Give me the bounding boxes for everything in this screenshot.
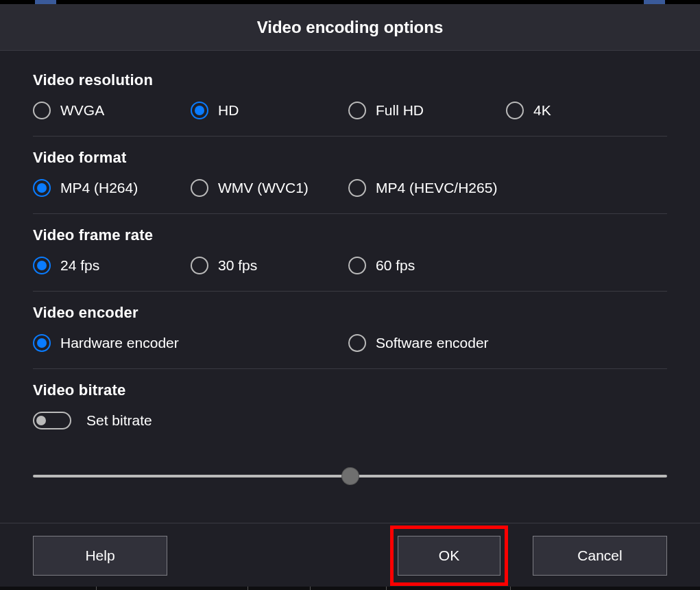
ok-button-highlight: OK <box>390 526 508 586</box>
bitrate-section-title: Video bitrate <box>33 381 667 399</box>
slider-thumb-icon[interactable] <box>342 468 359 484</box>
ok-button[interactable]: OK <box>398 536 500 576</box>
radio-label: 60 fps <box>376 257 415 274</box>
encoder-radio-group: Hardware encoder Software encoder <box>33 334 667 369</box>
radio-format-mp4hevc[interactable]: MP4 (HEVC/H265) <box>348 179 506 197</box>
radio-label: Software encoder <box>376 335 489 351</box>
radio-circle-icon <box>348 334 366 352</box>
radio-resolution-4k[interactable]: 4K <box>506 102 664 119</box>
radio-circle-selected-icon <box>33 334 51 352</box>
dialog-title-bar: Video encoding options <box>0 4 700 51</box>
radio-format-mp4h264[interactable]: MP4 (H264) <box>33 179 191 197</box>
bitrate-slider[interactable] <box>33 467 667 486</box>
radio-resolution-wvga[interactable]: WVGA <box>33 102 191 119</box>
radio-label: 24 fps <box>60 257 99 274</box>
format-section-title: Video format <box>33 149 667 167</box>
radio-circle-selected-icon <box>33 179 51 197</box>
radio-label: WVGA <box>60 102 104 119</box>
radio-label: 4K <box>533 102 551 119</box>
radio-encoder-software[interactable]: Software encoder <box>348 334 664 352</box>
resolution-radio-group: WVGA HD Full HD 4K <box>33 102 667 137</box>
dialog-content: Video resolution WVGA HD Full HD 4K Vide… <box>0 51 700 486</box>
resolution-section-title: Video resolution <box>33 71 667 89</box>
radio-framerate-30[interactable]: 30 fps <box>191 257 348 274</box>
radio-label: MP4 (H264) <box>60 180 138 196</box>
radio-circle-selected-icon <box>33 257 51 274</box>
radio-resolution-hd[interactable]: HD <box>191 102 348 119</box>
bitrate-toggle[interactable] <box>33 412 71 429</box>
radio-circle-icon <box>348 179 366 197</box>
radio-circle-icon <box>506 102 524 119</box>
dialog-footer: Help OK Cancel <box>0 523 700 583</box>
bitrate-toggle-row: Set bitrate <box>33 412 667 440</box>
cancel-button[interactable]: Cancel <box>533 536 667 576</box>
radio-circle-icon <box>348 257 366 274</box>
radio-label: Full HD <box>376 102 424 119</box>
radio-label: MP4 (HEVC/H265) <box>376 180 497 196</box>
radio-circle-icon <box>348 102 366 119</box>
radio-label: Hardware encoder <box>60 335 179 351</box>
dialog-title: Video encoding options <box>257 18 444 37</box>
format-radio-group: MP4 (H264) WMV (WVC1) MP4 (HEVC/H265) <box>33 179 667 214</box>
encoder-section-title: Video encoder <box>33 304 667 322</box>
radio-resolution-fullhd[interactable]: Full HD <box>348 102 506 119</box>
framerate-section-title: Video frame rate <box>33 226 667 244</box>
radio-circle-icon <box>191 257 208 274</box>
radio-circle-icon <box>191 179 208 197</box>
radio-framerate-24[interactable]: 24 fps <box>33 257 191 274</box>
radio-label: 30 fps <box>218 257 257 274</box>
radio-encoder-hardware[interactable]: Hardware encoder <box>33 334 348 352</box>
framerate-radio-group: 24 fps 30 fps 60 fps <box>33 257 667 292</box>
radio-label: WMV (WVC1) <box>218 180 309 196</box>
radio-label: HD <box>218 102 239 119</box>
radio-framerate-60[interactable]: 60 fps <box>348 257 506 274</box>
radio-format-wmv[interactable]: WMV (WVC1) <box>191 179 348 197</box>
radio-circle-selected-icon <box>191 102 208 119</box>
toggle-knob-icon <box>36 416 46 425</box>
help-button[interactable]: Help <box>33 536 167 576</box>
radio-circle-icon <box>33 102 51 119</box>
window-bottom-border <box>0 587 700 590</box>
bitrate-toggle-label: Set bitrate <box>86 412 152 429</box>
